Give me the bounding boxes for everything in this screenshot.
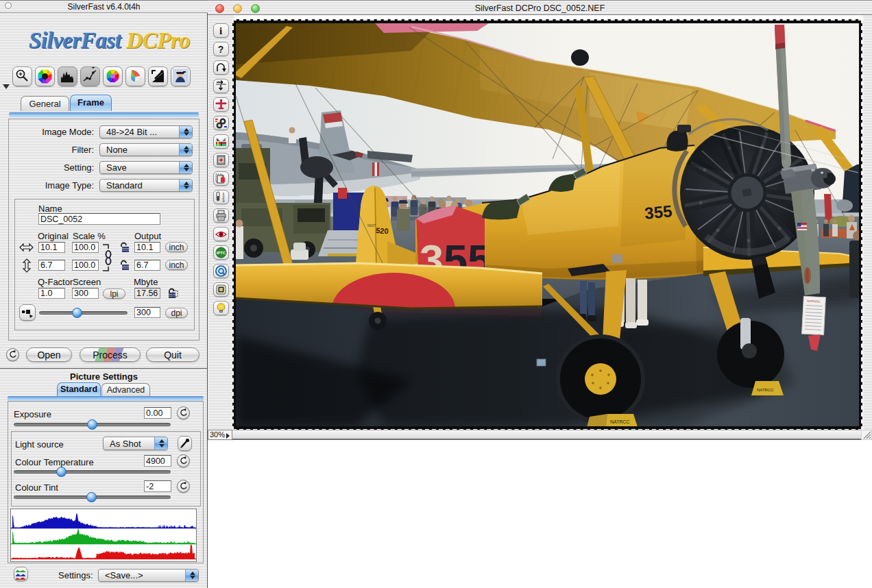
svg-text:N007: N007 [367, 223, 376, 228]
svg-text:WARNING: WARNING [807, 299, 820, 303]
svg-text:NATRCC: NATRCC [757, 388, 774, 392]
svg-text:?: ? [218, 44, 224, 55]
svg-text:NATRCC: NATRCC [610, 419, 630, 424]
svg-text:3: 3 [222, 199, 225, 203]
svg-text:IPTC: IPTC [217, 251, 226, 255]
svg-text:520: 520 [376, 226, 389, 235]
svg-text:355: 355 [644, 201, 673, 222]
svg-text:i: i [219, 25, 222, 36]
